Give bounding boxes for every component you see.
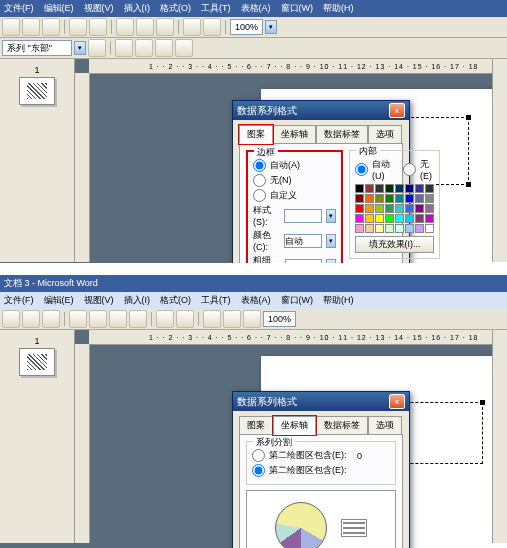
color-swatch[interactable]	[375, 224, 384, 233]
page-thumbnail[interactable]	[19, 348, 55, 376]
color-swatch[interactable]	[365, 224, 374, 233]
menu-window[interactable]: 窗口(W)	[281, 2, 314, 15]
close-icon[interactable]: ×	[389, 394, 405, 409]
color-swatch[interactable]	[385, 204, 394, 213]
drawing-icon[interactable]	[243, 310, 261, 328]
print-icon[interactable]	[69, 310, 87, 328]
new-icon[interactable]	[2, 18, 20, 36]
menu-tools[interactable]: 工具(T)	[201, 294, 231, 307]
save-icon[interactable]	[42, 18, 60, 36]
color-swatch[interactable]	[375, 184, 384, 193]
chevron-down-icon[interactable]: ▾	[326, 234, 336, 248]
resize-handle[interactable]	[466, 182, 471, 187]
menu-help[interactable]: 帮助(H)	[323, 2, 354, 15]
table-icon[interactable]	[203, 310, 221, 328]
tab-pattern[interactable]: 图案	[239, 125, 273, 144]
color-swatch[interactable]	[375, 214, 384, 223]
color-combo[interactable]: 自动	[284, 234, 322, 248]
color-swatch[interactable]	[355, 204, 364, 213]
zoom-combo[interactable]: 100%	[230, 19, 263, 35]
area-none-radio[interactable]	[403, 163, 416, 176]
tab-options[interactable]: 选项	[368, 416, 402, 435]
color-swatch[interactable]	[385, 214, 394, 223]
weight-combo[interactable]	[285, 259, 322, 264]
border-auto-radio[interactable]	[253, 159, 266, 172]
menu-table[interactable]: 表格(A)	[241, 294, 271, 307]
menu-window[interactable]: 窗口(W)	[281, 294, 314, 307]
color-swatch[interactable]	[385, 184, 394, 193]
dialog-titlebar[interactable]: 数据系列格式 ×	[233, 392, 409, 411]
copy-icon[interactable]	[136, 18, 154, 36]
color-swatch[interactable]	[355, 214, 364, 223]
dialog-titlebar[interactable]: 数据系列格式 ×	[233, 101, 409, 120]
menu-insert[interactable]: 插入(I)	[124, 294, 151, 307]
data-table-icon[interactable]	[135, 39, 153, 57]
style-combo[interactable]: 系列 "东部"	[2, 40, 72, 56]
border-none-radio[interactable]	[253, 174, 266, 187]
menu-view[interactable]: 视图(V)	[84, 294, 114, 307]
menu-file[interactable]: 文件(F)	[4, 2, 34, 15]
color-swatch[interactable]	[375, 204, 384, 213]
menu-file[interactable]: 文件(F)	[4, 294, 34, 307]
style-combo[interactable]	[284, 209, 322, 223]
chevron-down-icon[interactable]: ▾	[326, 259, 336, 264]
second-plot-radio-alt[interactable]	[252, 464, 265, 477]
chevron-down-icon[interactable]: ▾	[74, 41, 86, 55]
color-swatch[interactable]	[405, 194, 414, 203]
tab-options[interactable]: 选项	[368, 125, 402, 144]
menu-edit[interactable]: 编辑(E)	[44, 294, 74, 307]
second-plot-radio[interactable]	[252, 449, 265, 462]
color-swatch[interactable]	[395, 194, 404, 203]
menu-help[interactable]: 帮助(H)	[323, 294, 354, 307]
cut-icon[interactable]	[116, 18, 134, 36]
fill-effects-button[interactable]: 填充效果(I)...	[355, 236, 434, 253]
tab-data-labels[interactable]: 数据标签	[316, 125, 368, 144]
tab-axis[interactable]: 坐标轴	[273, 416, 316, 435]
tab-data-labels[interactable]: 数据标签	[316, 416, 368, 435]
color-swatch[interactable]	[425, 204, 434, 213]
color-swatch[interactable]	[355, 224, 364, 233]
columns-icon[interactable]	[223, 310, 241, 328]
format-object-icon[interactable]	[88, 39, 106, 57]
color-swatch[interactable]	[405, 204, 414, 213]
color-swatch[interactable]	[415, 224, 424, 233]
menu-tools[interactable]: 工具(T)	[201, 2, 231, 15]
color-swatch[interactable]	[395, 224, 404, 233]
color-swatch[interactable]	[385, 194, 394, 203]
paste-icon[interactable]	[156, 18, 174, 36]
preview-icon[interactable]	[89, 18, 107, 36]
page-thumbnail[interactable]	[19, 77, 55, 105]
color-swatch[interactable]	[415, 214, 424, 223]
resize-handle[interactable]	[466, 115, 471, 120]
color-swatch[interactable]	[405, 184, 414, 193]
redo-icon[interactable]	[203, 18, 221, 36]
chevron-down-icon[interactable]: ▾	[265, 20, 277, 34]
color-swatch[interactable]	[415, 194, 424, 203]
vertical-scrollbar[interactable]	[492, 330, 507, 543]
by-col-icon[interactable]	[175, 39, 193, 57]
open-icon[interactable]	[22, 310, 40, 328]
color-swatch[interactable]	[365, 194, 374, 203]
color-swatch[interactable]	[415, 204, 424, 213]
color-swatch[interactable]	[395, 214, 404, 223]
color-swatch[interactable]	[365, 214, 374, 223]
zoom-combo[interactable]: 100%	[263, 311, 296, 327]
color-swatch[interactable]	[425, 194, 434, 203]
color-swatch[interactable]	[365, 184, 374, 193]
by-row-icon[interactable]	[155, 39, 173, 57]
area-auto-radio[interactable]	[355, 163, 368, 176]
color-swatch[interactable]	[405, 224, 414, 233]
menu-edit[interactable]: 编辑(E)	[44, 2, 74, 15]
open-icon[interactable]	[22, 18, 40, 36]
color-swatch[interactable]	[395, 204, 404, 213]
color-swatch[interactable]	[425, 184, 434, 193]
resize-handle[interactable]	[480, 400, 485, 405]
menu-table[interactable]: 表格(A)	[241, 2, 271, 15]
chevron-down-icon[interactable]: ▾	[326, 209, 336, 223]
color-swatch[interactable]	[395, 184, 404, 193]
color-swatch[interactable]	[375, 194, 384, 203]
undo-icon[interactable]	[183, 18, 201, 36]
color-swatch[interactable]	[415, 184, 424, 193]
tab-axis[interactable]: 坐标轴	[273, 125, 316, 144]
close-icon[interactable]: ×	[389, 103, 405, 118]
